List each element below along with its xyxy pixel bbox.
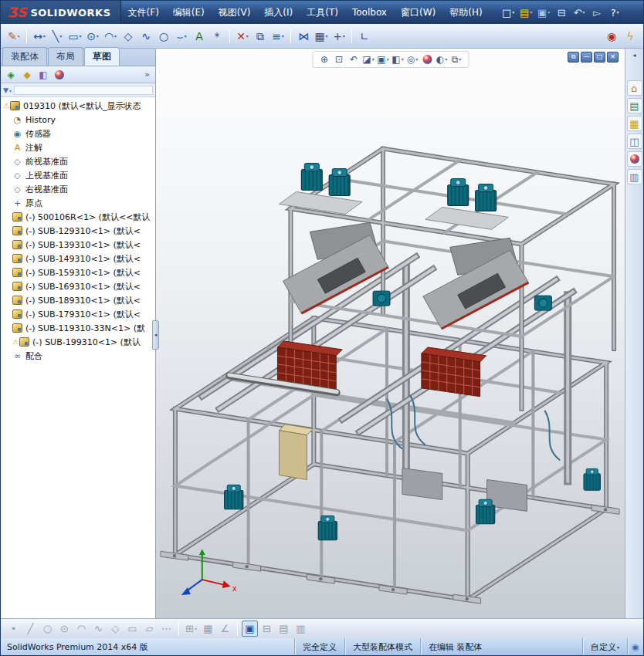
- apply-scene-icon-caret[interactable]: ▾: [445, 57, 447, 62]
- tree-item-root-assembly[interactable]: ⚠019310 (默认<默认_显示状态: [1, 99, 155, 113]
- tree-item-component-500106R[interactable]: (-) 500106R<1> (默认<<默认: [1, 210, 155, 224]
- sketch-perimeter-circle-icon[interactable]: ⊙: [56, 620, 73, 637]
- tab-assembly[interactable]: 装配体: [2, 47, 47, 66]
- rectangle-icon-caret[interactable]: ▾: [80, 34, 82, 39]
- print-icon[interactable]: ⊟: [554, 5, 570, 21]
- line-icon-caret[interactable]: ▾: [59, 34, 62, 39]
- tree-item-component-SUB-119310-33N[interactable]: (-) SUB-119310-33N<1> (默: [1, 321, 155, 335]
- text-icon[interactable]: A: [191, 28, 208, 45]
- fillet-icon-caret[interactable]: ▾: [185, 34, 187, 39]
- model-feeder-left[interactable]: [283, 222, 388, 313]
- view-orientation-icon-caret[interactable]: ▾: [387, 57, 389, 62]
- tree-item-front-plane[interactable]: ◇前视基准面: [1, 154, 155, 168]
- circle-icon-caret[interactable]: ▾: [97, 34, 99, 39]
- tree-item-history[interactable]: ◔History: [1, 113, 155, 127]
- linear-pattern-icon-caret[interactable]: ▾: [326, 34, 328, 39]
- menu-insert[interactable]: 插入(I): [257, 1, 300, 24]
- trim-entities-icon[interactable]: ✕▾: [234, 28, 251, 45]
- open-icon-caret[interactable]: ▾: [530, 10, 532, 15]
- fillet-icon[interactable]: ⌣▾: [173, 28, 190, 45]
- file-explorer-icon[interactable]: ▦: [627, 116, 642, 131]
- sketch-polygon-icon[interactable]: ◇: [107, 620, 124, 637]
- smart-dimension-icon[interactable]: ↔▾: [31, 28, 48, 45]
- tree-item-top-plane[interactable]: ◇上视基准面: [1, 168, 155, 182]
- solidworks-resources-icon[interactable]: ⌂: [627, 80, 642, 96]
- tree-item-sensors[interactable]: ◉传感器: [1, 127, 155, 140]
- zoom-area-icon[interactable]: ⊡: [332, 52, 346, 66]
- select-arrow-icon[interactable]: ▻: [589, 5, 605, 21]
- menu-view[interactable]: 视图(V): [212, 1, 258, 24]
- new-document-icon[interactable]: □▾: [500, 5, 517, 21]
- new-document-icon-caret[interactable]: ▾: [512, 10, 514, 15]
- zoom-fit-icon[interactable]: ⊕: [317, 52, 331, 66]
- point-icon[interactable]: *: [208, 28, 225, 45]
- featuremanager-tab-icon[interactable]: ◈: [3, 68, 19, 82]
- undo-icon-caret[interactable]: ▾: [583, 10, 585, 15]
- sketch-point-icon[interactable]: •: [5, 620, 22, 637]
- model-red-bin-right[interactable]: [422, 347, 486, 397]
- quick-snaps-icon-caret[interactable]: ▾: [195, 627, 197, 631]
- mirror-entities-icon[interactable]: ⋈: [295, 28, 312, 45]
- hide-show-items-icon[interactable]: ◎▾: [405, 52, 419, 66]
- view-settings-icon[interactable]: ⧉▾: [449, 52, 463, 66]
- configurationmanager-tab-icon[interactable]: ◧: [36, 68, 51, 82]
- status-options-icon[interactable]: ◉: [627, 638, 643, 655]
- view-settings-icon-caret[interactable]: ▾: [459, 57, 461, 62]
- sketch-icon-caret[interactable]: ▾: [18, 34, 20, 39]
- apply-scene-icon[interactable]: ◐▾: [435, 52, 449, 66]
- displaymanager-tab-icon[interactable]: [52, 68, 67, 82]
- polygon-icon[interactable]: ◇: [120, 28, 137, 45]
- tree-item-annotations[interactable]: A注解: [1, 140, 155, 154]
- sketch-rectangle-icon[interactable]: ▭: [124, 620, 141, 637]
- sketch-more-icon[interactable]: ⋯: [158, 620, 175, 637]
- model-lower-frame[interactable]: [175, 318, 606, 600]
- offset-entities-icon-caret[interactable]: ▾: [282, 34, 284, 39]
- sketch-spline-icon[interactable]: ∿: [90, 620, 107, 637]
- tree-item-component-SUB-159310[interactable]: (-) SUB-159310<1> (默认<: [1, 265, 155, 279]
- menu-file[interactable]: 文件(F): [121, 1, 166, 24]
- menu-toolbox[interactable]: Toolbox: [345, 1, 394, 24]
- design-table-icon[interactable]: ▥: [293, 620, 309, 637]
- convert-entities-icon[interactable]: ⧉: [252, 28, 269, 45]
- sketch-line-icon[interactable]: ╱: [22, 620, 39, 637]
- display-relations-icon[interactable]: ∟: [356, 28, 373, 45]
- tree-item-component-SUB-169310[interactable]: (-) SUB-169310<1> (默认<: [1, 279, 155, 293]
- panel-more-button[interactable]: »: [141, 69, 153, 79]
- menu-help[interactable]: 帮助(H): [442, 1, 489, 24]
- offset-entities-icon[interactable]: ≡▾: [269, 28, 286, 45]
- view-palette-icon[interactable]: ◫: [627, 134, 642, 149]
- tab-sketch[interactable]: 草图: [84, 47, 120, 66]
- menu-tools[interactable]: 工具(T): [300, 1, 345, 24]
- custom-dropdown-caret[interactable]: ▾: [617, 644, 619, 650]
- tree-item-component-SUB-149310[interactable]: (-) SUB-149310<1> (默认<: [1, 252, 155, 265]
- save-icon[interactable]: ▣▾: [536, 5, 552, 21]
- quick-snaps-icon[interactable]: ⊞▾: [183, 620, 199, 637]
- section-view-icon-caret[interactable]: ▾: [372, 57, 375, 62]
- open-icon[interactable]: ▤▾: [518, 5, 534, 21]
- grid-icon[interactable]: ▦: [200, 620, 216, 637]
- arc-icon-caret[interactable]: ▾: [114, 34, 117, 39]
- section-view-icon[interactable]: ◪▾: [361, 52, 375, 66]
- tree-item-component-SUB-179310[interactable]: (-) SUB-179310<1> (默认<: [1, 307, 155, 321]
- trim-entities-icon-caret[interactable]: ▾: [246, 34, 249, 39]
- model-base-units[interactable]: [402, 468, 527, 512]
- panel-splitter-handle[interactable]: ◂: [152, 320, 159, 350]
- model-feeder-right[interactable]: [423, 238, 529, 329]
- sketch-arc-icon[interactable]: ◠: [73, 620, 90, 637]
- spline-icon[interactable]: ∿: [137, 28, 154, 45]
- help-icon[interactable]: ?▾: [607, 5, 623, 21]
- custom-properties-icon[interactable]: ▥: [627, 169, 642, 184]
- design-library-icon[interactable]: ▤: [627, 98, 642, 113]
- filter-caret[interactable]: ▾: [9, 88, 12, 93]
- help-icon-caret[interactable]: ▾: [617, 10, 619, 15]
- planes-icon[interactable]: ⊟: [259, 620, 275, 637]
- circle-icon[interactable]: ⊙▾: [84, 28, 101, 45]
- tree-item-component-SUB-199310[interactable]: ⚠(-) SUB-199310<1> (默认: [1, 335, 155, 349]
- task-pane-collapse-icon[interactable]: ◂: [632, 52, 636, 59]
- tree-item-component-SUB-129310[interactable]: (-) SUB-129310<1> (默认<: [1, 224, 155, 238]
- tab-layout[interactable]: 布局: [48, 47, 83, 66]
- display-style-icon-caret[interactable]: ▾: [402, 57, 404, 62]
- maximize-window-icon[interactable]: □: [594, 52, 605, 63]
- display-style-icon[interactable]: ◧▾: [391, 52, 405, 66]
- filter-field[interactable]: [14, 86, 153, 95]
